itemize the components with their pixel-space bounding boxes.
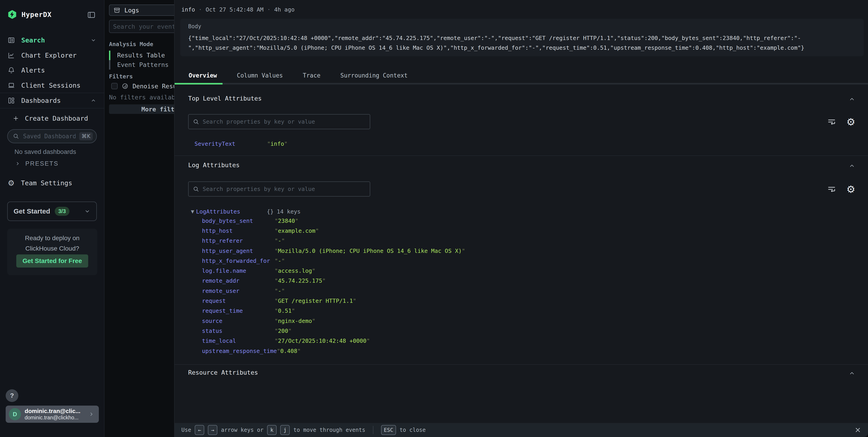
sidebar-item-alerts[interactable]: Alerts [0, 63, 104, 78]
denoise-checkbox[interactable] [111, 83, 118, 89]
sidebar-item-search[interactable]: Search [0, 33, 104, 48]
get-started-expander[interactable]: Get Started 3/3 [7, 202, 97, 221]
attribute-key[interactable]: log.file.name [202, 268, 275, 274]
body-card: Body {"time_local":"27/Oct/2025:10:42:48… [180, 19, 864, 56]
hyperdx-logo-icon [7, 9, 17, 20]
attribute-key[interactable]: time_local [202, 338, 275, 344]
no-filters-text: No filters available [109, 94, 183, 101]
chevron-down-icon [84, 208, 90, 214]
footer-divider [373, 426, 373, 434]
plus-icon [13, 115, 19, 122]
saved-dashboards-search[interactable]: ⌘K [7, 129, 97, 143]
attribute-key[interactable]: source [202, 318, 275, 324]
promo-line2: ClickHouse Cloud? [7, 245, 97, 252]
get-started-free-button[interactable]: Get Started for Free [16, 255, 88, 268]
sidebar-item-chart-explorer[interactable]: Chart Explorer [0, 48, 104, 63]
collapse-caret-icon[interactable]: ▼ [191, 209, 194, 214]
sidebar-item-client-sessions[interactable]: Client Sessions [0, 78, 104, 93]
top-level-search-input[interactable] [203, 119, 366, 125]
event-search-input[interactable] [113, 23, 182, 30]
tab-trace[interactable]: Trace [293, 72, 331, 79]
chevron-up-icon[interactable] [90, 98, 96, 103]
user-name: dominic.tran@clic... [25, 408, 85, 415]
wrap-lines-icon[interactable] [827, 117, 837, 127]
sidebar-collapse-icon[interactable] [87, 10, 96, 20]
help-button[interactable]: ? [6, 389, 18, 402]
tab-surrounding-context[interactable]: Surrounding Context [331, 72, 417, 79]
gear-icon: ⚙ [8, 179, 14, 187]
user-account-card[interactable]: D dominic.tran@clic... dominic.tran@clic… [6, 406, 99, 423]
attribute-key[interactable]: remote_user [202, 288, 275, 294]
chevron-up-icon[interactable] [848, 370, 855, 377]
event-detail-drawer: info · Oct 27 5:42:48 AM · 4h ago Body {… [174, 0, 868, 437]
attribute-row: request_time0.51 [202, 306, 465, 316]
wrap-lines-icon[interactable] [827, 184, 837, 194]
close-icon[interactable] [854, 426, 862, 434]
tab-overview[interactable]: Overview [179, 72, 227, 79]
chevron-up-icon[interactable] [848, 163, 855, 169]
attribute-key[interactable]: http_referer [202, 237, 275, 244]
attribute-key[interactable]: http_user_agent [202, 248, 275, 254]
sidebar-item-label: Client Sessions [21, 81, 81, 89]
attribute-row: time_local27/Oct/2025:10:42:48 +0000 [202, 336, 465, 346]
avatar: D [9, 408, 21, 420]
attribute-value[interactable]: GET /register HTTP/1.1 [275, 298, 356, 304]
saved-dashboards-input[interactable] [23, 133, 75, 140]
attribute-value[interactable]: 27/Oct/2025:10:42:48 +0000 [275, 338, 370, 344]
sidebar-item-dashboards[interactable]: Dashboards [0, 93, 104, 108]
attribute-value[interactable]: - [275, 288, 285, 294]
log-attributes-root: ▼ LogAttributes {} 14 keys [191, 208, 301, 215]
log-attributes-search-input[interactable] [203, 186, 366, 192]
log-attributes-utils: ⚙ [827, 184, 855, 194]
presets-toggle[interactable]: PRESETS [15, 159, 59, 168]
attribute-value[interactable]: - [275, 258, 285, 264]
body-json-content[interactable]: {"time_local":"27/Oct/2025:10:42:48 +000… [188, 33, 856, 53]
sidebar-item-label: Dashboards [21, 97, 61, 104]
attribute-key[interactable]: request [202, 298, 275, 304]
attribute-value[interactable]: 0.408 [277, 348, 301, 354]
attribute-value[interactable]: 23840 [275, 217, 298, 224]
attribute-key[interactable]: status [202, 328, 275, 334]
attribute-value[interactable]: 200 [275, 328, 291, 334]
attribute-value[interactable]: Mozilla/5.0 (iPhone; CPU iPhone OS 14_6 … [275, 248, 465, 254]
log-attributes-search-box[interactable] [188, 181, 370, 197]
attribute-value[interactable]: 45.74.225.175 [275, 277, 326, 284]
esc-key: ESC [381, 425, 396, 435]
section-divider [175, 364, 868, 365]
attribute-key[interactable]: remote_addr [202, 277, 275, 284]
source-label: Logs [124, 7, 139, 14]
tab-column-values[interactable]: Column Values [227, 72, 293, 79]
attribute-row: http_x_forwarded_for- [202, 256, 465, 266]
chevron-up-icon[interactable] [848, 96, 855, 103]
gear-icon[interactable]: ⚙ [846, 117, 855, 127]
attribute-key[interactable]: SeverityText [194, 140, 267, 147]
sidebar: HyperDX Search Chart Explorer Alerts [0, 0, 104, 437]
tree-root-name[interactable]: LogAttributes [196, 208, 267, 215]
user-email: dominic.tran@clickho... [25, 415, 85, 421]
attribute-key[interactable]: http_x_forwarded_for [202, 258, 275, 264]
sidebar-item-team-settings[interactable]: ⚙ Team Settings [0, 175, 104, 191]
attribute-value[interactable]: access.log [275, 268, 315, 274]
attribute-value[interactable]: - [275, 237, 285, 244]
search-icon [193, 186, 199, 193]
top-level-search-box[interactable] [188, 114, 370, 129]
create-dashboard-button[interactable]: Create Dashboard [0, 111, 104, 126]
dot-separator: · [198, 6, 202, 13]
footer-text: to close [400, 427, 426, 433]
footer-text: arrow keys or [221, 427, 264, 433]
attribute-key[interactable]: http_host [202, 228, 275, 234]
arrow-left-key: ← [195, 425, 204, 435]
attribute-value[interactable]: info [267, 140, 287, 147]
attribute-value[interactable]: nginx-demo [275, 318, 315, 324]
chevron-down-icon[interactable] [90, 37, 96, 43]
event-header: info · Oct 27 5:42:48 AM · 4h ago [181, 5, 295, 13]
attribute-key[interactable]: body_bytes_sent [202, 217, 275, 224]
attribute-value[interactable]: 0.51 [275, 307, 295, 314]
gear-icon[interactable]: ⚙ [846, 184, 855, 194]
attribute-row: requestGET /register HTTP/1.1 [202, 296, 465, 306]
attribute-key[interactable]: upstream_response_time [202, 348, 277, 354]
attribute-key[interactable]: request_time [202, 307, 275, 314]
detail-tabs: Overview Column Values Trace Surrounding… [175, 68, 868, 83]
attribute-row: remote_addr45.74.225.175 [202, 276, 465, 286]
attribute-value[interactable]: example.com [275, 228, 319, 234]
